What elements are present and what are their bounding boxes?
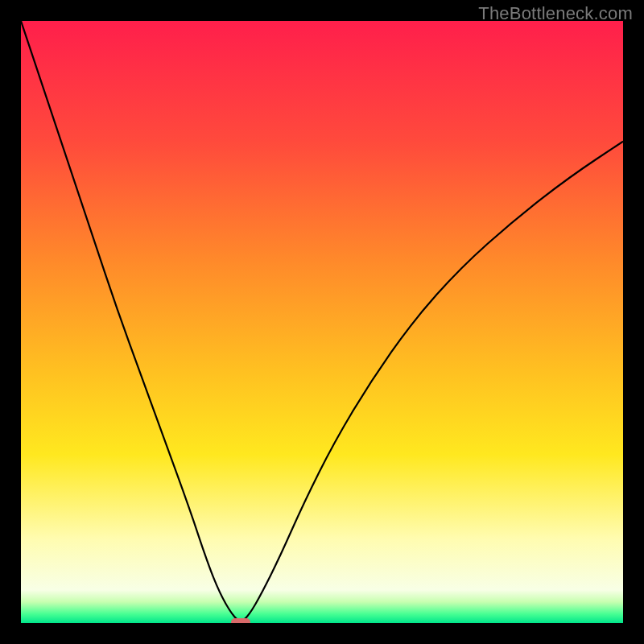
optimal-point-marker <box>231 618 250 623</box>
chart-frame: TheBottleneck.com <box>0 0 644 644</box>
bottleneck-chart <box>21 21 623 623</box>
gradient-background <box>21 21 623 623</box>
plot-area <box>21 21 623 623</box>
